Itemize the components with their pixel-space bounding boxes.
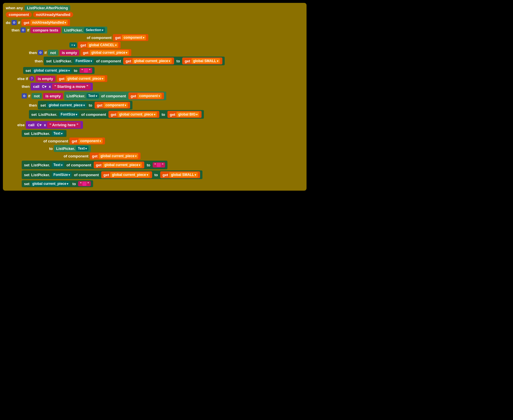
set-fontsize-small-block-2[interactable]: set ListPicker. FontSize of component ge… [22, 170, 202, 179]
global-current-piece-dd-8[interactable]: global current_piece [103, 162, 142, 168]
get-global-small-block-1[interactable]: get global SMALL [182, 57, 222, 64]
outer-block: when any ListPicker.AfterPicking compone… [3, 3, 307, 191]
get-global-current-piece-block-1[interactable]: get global current_piece [80, 49, 131, 56]
empty-string-inner-3 [82, 182, 86, 186]
listpicker-text-block-1[interactable]: ListPicker. Text of component get compon… [64, 92, 166, 100]
of-component-get-row: of component get component [87, 34, 304, 41]
param2-block[interactable]: notAlreadyHandled [33, 12, 73, 17]
set-listpicker-text-outer-block[interactable]: set ListPicker. Text [22, 130, 67, 137]
get-component-dropdown[interactable]: component [122, 35, 146, 40]
text-dropdown-4[interactable]: Text [52, 162, 64, 168]
set-fontsize-big-block[interactable]: set ListPicker. FontSize of component ge… [29, 110, 204, 119]
get-global-current-piece-block-4[interactable]: get global current_piece [94, 161, 145, 168]
set-current-piece-component-block[interactable]: set global current_piece to get componen… [38, 101, 132, 109]
event-header: when any ListPicker.AfterPicking [6, 5, 304, 11]
call-label-1: call [33, 84, 39, 89]
get-notAlreadyHandled-dropdown[interactable]: notAlreadyHandled [30, 20, 68, 25]
global-current-piece-dd-7[interactable]: global current_piece [99, 153, 138, 159]
else-if-label: else if [17, 77, 28, 81]
get-current-piece-inline-2[interactable]: get global current_piece [108, 111, 159, 118]
global-current-piece-dd-10[interactable]: global current_piece [31, 181, 70, 186]
global-cancel-dropdown[interactable]: global CANCEL [87, 42, 119, 48]
global-current-piece-dd-4[interactable]: global current_piece [66, 76, 105, 81]
gear-icon-3[interactable]: ⚙ [38, 50, 43, 55]
set-label-7: set [24, 173, 29, 177]
get-component-block-3[interactable]: get component [95, 102, 130, 109]
call-block-1[interactable]: call C▾ x " Starting a move " [31, 83, 93, 90]
set-current-piece-empty-block[interactable]: set global current_piece to " " [23, 67, 95, 74]
c-icon-1[interactable]: C▾ [40, 84, 48, 89]
text-dropdown-2[interactable]: Text [52, 131, 64, 136]
not-block-1[interactable]: not [48, 50, 58, 56]
global-small-dd-2[interactable]: global SMALL [169, 172, 198, 177]
listpicker-label-5: ListPicker. [31, 131, 50, 136]
block-canvas: when any ListPicker.AfterPicking compone… [3, 3, 321, 191]
c-icon-2[interactable]: C▾ [36, 123, 43, 127]
then-label-5: then [29, 103, 37, 107]
to-label-4: to [162, 112, 165, 117]
not-block-2[interactable]: not [32, 93, 42, 99]
is-empty-block-3[interactable]: is empty [43, 93, 63, 99]
get-component-block[interactable]: get component [113, 34, 148, 41]
text-dropdown-1[interactable]: Text [86, 93, 99, 99]
set-label-4: set [31, 112, 37, 117]
global-current-piece-dd-6[interactable]: global current_piece [117, 112, 157, 117]
get-block-1[interactable]: get notAlreadyHandled [21, 19, 70, 26]
compare-texts-block[interactable]: compare texts [30, 27, 60, 33]
set-fontsize-block-1[interactable]: set ListPicker. FontSize of component ge… [44, 57, 224, 65]
get-global-current-piece-block-3[interactable]: get global current_piece [90, 153, 141, 159]
arriving-here-text-block[interactable]: " Arriving here " [47, 122, 81, 128]
global-current-piece-dropdown-1[interactable]: global current_piece [90, 50, 129, 55]
question-icon-1[interactable]: ? [29, 76, 34, 81]
selection-dropdown[interactable]: Selection [84, 27, 105, 33]
set-label-1: set [46, 59, 51, 63]
equals-dropdown[interactable]: = [69, 42, 77, 48]
get-label-1: get [24, 21, 29, 25]
to-label-8: to [72, 182, 76, 186]
get-global-current-piece-block-5[interactable]: get global current_piece [101, 171, 152, 178]
global-current-piece-dd-9[interactable]: global current_piece [110, 172, 150, 177]
get-label-6: get [184, 59, 190, 63]
get-component-block-2[interactable]: get component [128, 92, 164, 99]
gear-icon-1[interactable]: ⚙ [12, 20, 17, 25]
is-empty-label-2: is empty [38, 77, 53, 81]
param-row: component notAlreadyHandled [6, 12, 304, 17]
gear-icon-2[interactable]: ⚙ [21, 27, 26, 33]
else-if-isempty-row: else if ? is empty get global current_pi… [17, 75, 304, 82]
compare-texts-label: compare texts [33, 28, 58, 32]
starting-move-text-block[interactable]: " Starting a move " [52, 83, 91, 90]
is-empty-block-2[interactable]: is empty [36, 76, 56, 82]
get-global-current-piece-block-2[interactable]: get global current_piece [57, 75, 108, 82]
text-dropdown-3[interactable]: Text [76, 146, 88, 151]
param1-block[interactable]: component [6, 12, 32, 17]
get-global-cancel-block[interactable]: get global CANCEL [78, 42, 121, 49]
global-current-piece-dd-5[interactable]: global current_piece [47, 103, 86, 108]
global-current-piece-dd-2[interactable]: global current_piece [132, 58, 172, 64]
is-empty-block-1[interactable]: is empty [60, 50, 80, 56]
listpicker-selection-block[interactable]: ListPicker. Selection [62, 27, 107, 34]
set-fontsize-small-row-2: set ListPicker. FontSize of component ge… [22, 170, 304, 179]
global-big-dd[interactable]: global BIG [176, 112, 199, 117]
call-block-2[interactable]: call C▾ x " Arriving here " [26, 121, 83, 129]
get-component-block-4[interactable]: get component [69, 137, 105, 144]
if-not-isempty-text-row: ⚙ if not is empty ListPicker. Text of co… [22, 92, 304, 100]
component-dd-4[interactable]: component [78, 138, 103, 144]
fontsize-dropdown-3[interactable]: FontSize [52, 172, 72, 177]
component-dd-3[interactable]: component [104, 103, 128, 108]
get-current-piece-inline-1[interactable]: get global current_piece [123, 57, 174, 64]
gear-icon-4[interactable]: ⚙ [22, 93, 27, 99]
get-global-big-block[interactable]: get global BIG [167, 111, 202, 118]
get-global-small-block-2[interactable]: get global SMALL [160, 171, 200, 178]
fontsize-dropdown-2[interactable]: FontSize [59, 112, 79, 117]
global-small-dd-1[interactable]: global SMALL [191, 58, 220, 64]
listpicker-text-block-2[interactable]: ListPicker. Text [54, 145, 91, 152]
set-text-empty-block[interactable]: set ListPicker. Text of component get gl… [22, 161, 167, 169]
fontsize-dropdown-1[interactable]: FontSize [74, 58, 94, 64]
component-dd-2[interactable]: component [137, 93, 162, 99]
set-current-piece-empty-block-2[interactable]: set global current_piece to " " [22, 180, 93, 187]
global-current-piece-dd-3[interactable]: global current_piece [32, 68, 71, 73]
event-name[interactable]: ListPicker.AfterPicking [25, 5, 70, 11]
starting-move-text: " Starting a move " [54, 84, 88, 89]
get-label-11: get [170, 112, 176, 117]
empty-string-3: " " [78, 181, 91, 186]
